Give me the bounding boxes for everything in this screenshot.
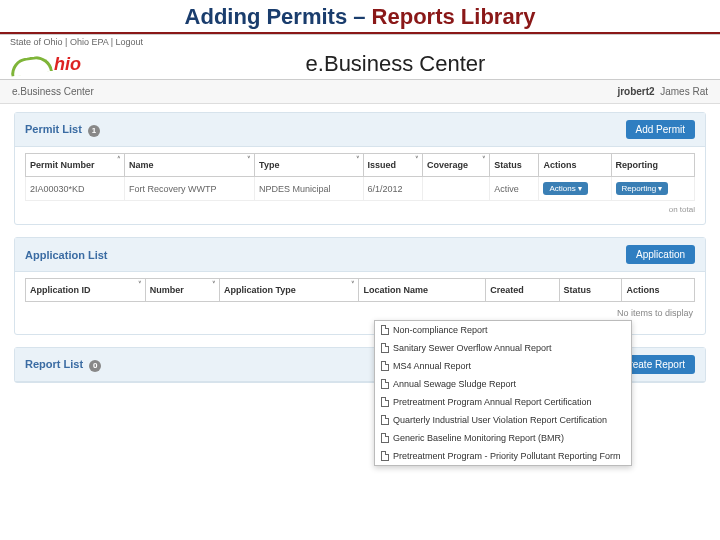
col-permit-number[interactable]: Permit Number˄	[26, 154, 125, 177]
slide-title: Adding Permits – Reports Library	[0, 0, 720, 34]
application-list-title: Application List	[25, 249, 108, 261]
menu-item-label: Non-compliance Report	[393, 325, 488, 335]
reporting-menu-item[interactable]: Annual Sewage Sludge Report	[375, 375, 631, 393]
brand-row: hio e.Business Center	[0, 49, 720, 80]
sort-icon[interactable]: ˄	[117, 156, 121, 164]
app-title: e.Business Center	[81, 51, 710, 77]
reporting-menu-item[interactable]: MS4 Annual Report	[375, 357, 631, 375]
menu-item-label: Sanitary Sewer Overflow Annual Report	[393, 343, 552, 353]
document-icon	[381, 433, 389, 443]
ohio-epa-logo: hio	[10, 53, 81, 75]
menu-item-label: Generic Baseline Monitoring Report (BMR)	[393, 433, 564, 443]
logout-link[interactable]: Logout	[116, 37, 144, 47]
cell-name: Fort Recovery WWTP	[125, 177, 255, 201]
col-app-id[interactable]: Application ID˅	[26, 279, 146, 302]
report-list-title: Report List 0	[25, 358, 101, 372]
col-issued[interactable]: Issued˅	[363, 154, 422, 177]
state-link[interactable]: State of Ohio	[10, 37, 63, 47]
sort-icon[interactable]: ˅	[415, 156, 419, 164]
table-row: 2IA00030*KD Fort Recovery WWTP NPDES Mun…	[26, 177, 695, 201]
col-app-number[interactable]: Number˅	[145, 279, 219, 302]
cell-status: Active	[490, 177, 539, 201]
user-bar: e.Business Center jrobert2 James Rat	[0, 80, 720, 104]
sort-icon[interactable]: ˅	[212, 281, 216, 289]
col-app-status[interactable]: Status	[559, 279, 622, 302]
col-location[interactable]: Location Name	[359, 279, 486, 302]
reporting-menu-item[interactable]: Sanitary Sewer Overflow Annual Report	[375, 339, 631, 357]
username: jrobert2	[617, 86, 654, 97]
col-app-type[interactable]: Application Type˅	[220, 279, 359, 302]
sort-icon[interactable]: ˅	[138, 281, 142, 289]
application-table: Application ID˅ Number˅ Application Type…	[25, 278, 695, 302]
cell-permit-number: 2IA00030*KD	[26, 177, 125, 201]
menu-item-label: Pretreatment Program - Priority Pollutan…	[393, 451, 621, 461]
col-app-actions: Actions	[622, 279, 695, 302]
reporting-menu-item[interactable]: Quarterly Industrial User Violation Repo…	[375, 411, 631, 429]
top-nav: State of Ohio | Ohio EPA | Logout	[0, 34, 720, 49]
reporting-dropdown-menu: Non-compliance ReportSanitary Sewer Over…	[374, 320, 632, 466]
col-created[interactable]: Created	[486, 279, 559, 302]
cell-issued: 6/1/2012	[363, 177, 422, 201]
permit-table: Permit Number˄ Name˅ Type˅ Issued˅ Cover…	[25, 153, 695, 201]
permit-count-badge: 1	[88, 125, 100, 137]
reporting-menu-item[interactable]: Non-compliance Report	[375, 321, 631, 339]
sort-icon[interactable]: ˅	[351, 281, 355, 289]
logo-text: hio	[54, 54, 81, 75]
permit-list-title: Permit List 1	[25, 123, 100, 137]
document-icon	[381, 451, 389, 461]
col-name[interactable]: Name˅	[125, 154, 255, 177]
add-application-button[interactable]: Application	[626, 245, 695, 264]
reporting-dropdown-button[interactable]: Reporting ▾	[616, 182, 669, 195]
col-reporting: Reporting	[611, 154, 694, 177]
cell-type: NPDES Municipal	[255, 177, 363, 201]
menu-item-label: MS4 Annual Report	[393, 361, 471, 371]
col-coverage[interactable]: Coverage˅	[422, 154, 489, 177]
col-actions: Actions	[539, 154, 611, 177]
menu-item-label: Quarterly Industrial User Violation Repo…	[393, 415, 607, 425]
document-icon	[381, 397, 389, 407]
table-footer: on total	[25, 201, 695, 214]
sort-icon[interactable]: ˅	[247, 156, 251, 164]
col-status[interactable]: Status	[490, 154, 539, 177]
user-fullname: James Rat	[660, 86, 708, 97]
document-icon	[381, 361, 389, 371]
document-icon	[381, 415, 389, 425]
col-type[interactable]: Type˅	[255, 154, 363, 177]
sort-icon[interactable]: ˅	[356, 156, 360, 164]
document-icon	[381, 325, 389, 335]
menu-item-label: Pretreatment Program Annual Report Certi…	[393, 397, 592, 407]
actions-dropdown-button[interactable]: Actions ▾	[543, 182, 587, 195]
agency-link[interactable]: Ohio EPA	[70, 37, 108, 47]
cell-coverage	[422, 177, 489, 201]
permit-list-panel: Permit List 1 Add Permit Permit Number˄ …	[14, 112, 706, 225]
reporting-menu-item[interactable]: Generic Baseline Monitoring Report (BMR)	[375, 429, 631, 447]
breadcrumb: e.Business Center	[12, 86, 94, 97]
add-permit-button[interactable]: Add Permit	[626, 120, 695, 139]
menu-item-label: Annual Sewage Sludge Report	[393, 379, 516, 389]
report-count-badge: 0	[89, 360, 101, 372]
reporting-menu-item[interactable]: Pretreatment Program Annual Report Certi…	[375, 393, 631, 411]
sort-icon[interactable]: ˅	[482, 156, 486, 164]
document-icon	[381, 379, 389, 389]
reporting-menu-item[interactable]: Pretreatment Program - Priority Pollutan…	[375, 447, 631, 465]
swoosh-icon	[10, 53, 50, 75]
document-icon	[381, 343, 389, 353]
